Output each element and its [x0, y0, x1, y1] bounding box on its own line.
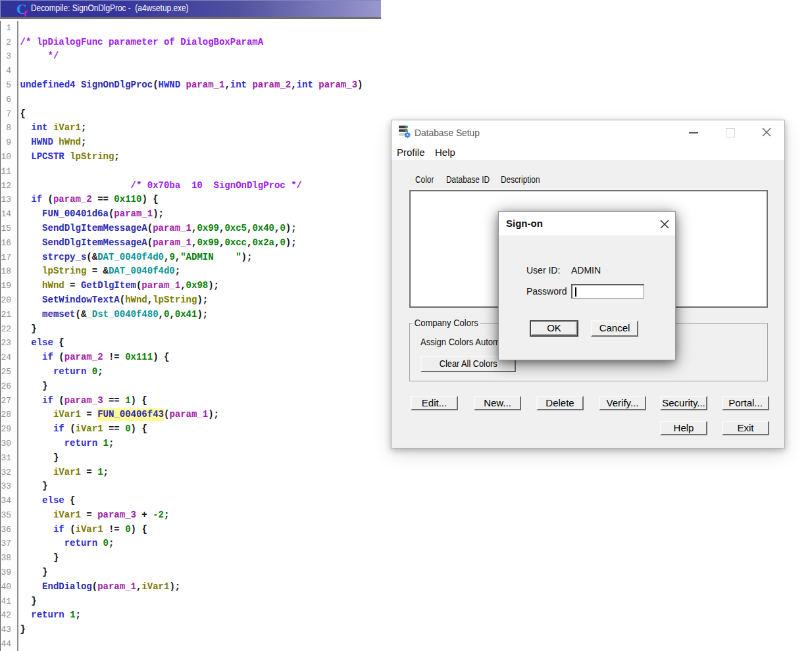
svg-text:f: f [24, 9, 28, 16]
